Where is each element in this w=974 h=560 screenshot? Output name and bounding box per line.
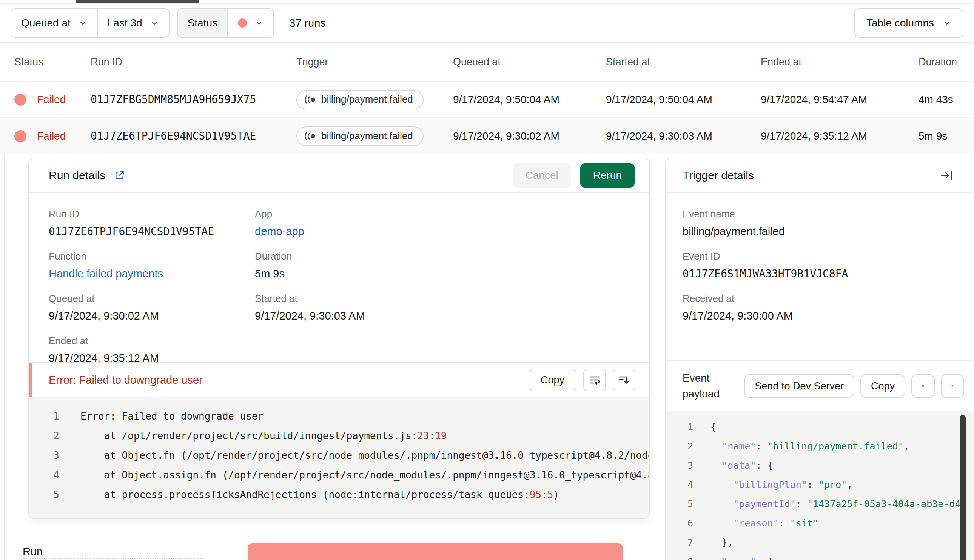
- time-filter-group: Queued at Last 3d: [10, 8, 170, 38]
- event-icon: [304, 131, 316, 141]
- code-line: 4 "billingPlan": "pro",: [666, 475, 974, 494]
- time-range-dropdown[interactable]: Last 3d: [97, 9, 169, 37]
- code-text: "name": "billing/payment.failed",: [710, 441, 909, 452]
- scroll-to-bottom-button[interactable]: [941, 374, 964, 398]
- payload-controls: Send to Dev Server Copy: [744, 374, 964, 398]
- tab-strip: [0, 0, 974, 4]
- run-details-card: Run details Cancel Rerun Run ID 01J7ZE6T…: [28, 158, 650, 519]
- trigger-event-pill[interactable]: billing/payment.failed: [296, 90, 424, 110]
- code-text: {: [710, 422, 716, 432]
- event-payload-header: Event payload Send to Dev Server Copy: [666, 360, 974, 411]
- ended-at: 9/17/2024, 9:54:47 AM: [761, 93, 919, 106]
- code-text: at Object.assign.fn (/opt/render/project…: [80, 470, 649, 481]
- status-filter-group: Status: [177, 8, 274, 38]
- copy-error-button[interactable]: Copy: [529, 369, 577, 391]
- queued-at: 9/17/2024, 9:50:04 AM: [453, 93, 606, 106]
- table-columns-button[interactable]: Table columns: [854, 8, 964, 38]
- status-filter-dropdown[interactable]: [227, 9, 274, 37]
- app-link[interactable]: demo-app: [255, 225, 629, 238]
- line-number: 5: [29, 489, 59, 500]
- send-to-dev-server-button[interactable]: Send to Dev Server: [744, 374, 854, 398]
- line-number: 2: [29, 430, 59, 442]
- started-at: 9/17/2024, 9:30:03 AM: [606, 130, 761, 142]
- status-text: Failed: [37, 93, 66, 106]
- col-status: Status: [14, 56, 91, 68]
- word-wrap-button[interactable]: [583, 369, 606, 391]
- code-text: },: [710, 537, 733, 548]
- runs-count: 37 runs: [289, 17, 326, 30]
- chevron-down-icon: [150, 18, 159, 28]
- code-text: Error: Failed to downgrade user: [80, 410, 264, 422]
- expanded-row-border: [4, 155, 5, 560]
- col-ended-at: Ended at: [761, 56, 919, 68]
- line-number: 6: [666, 518, 693, 529]
- wrap-text-icon: [589, 374, 600, 386]
- field-ended-at: Ended at 9/17/2024, 9:35:12 AM: [49, 335, 255, 365]
- line-number: 3: [666, 460, 693, 471]
- code-line: 5 "paymentId": "1437a25f-05a3-404a-ab3e-…: [666, 494, 974, 513]
- code-text: at Object.fn (/opt/render/project/src/no…: [80, 450, 649, 461]
- trigger-details-header: Trigger details: [666, 158, 974, 193]
- chevron-down-icon: [254, 18, 264, 28]
- run-details-fields: Run ID 01J7ZE6TPJF6E94NCSD1V95TAE App de…: [29, 193, 649, 362]
- time-field-dropdown[interactable]: Queued at: [11, 9, 97, 37]
- code-line: 1{: [666, 417, 974, 437]
- failed-status-icon: [14, 93, 27, 106]
- run-timeline-bar[interactable]: [248, 543, 623, 560]
- line-number: 8: [666, 556, 693, 560]
- table-header: Status Run ID Trigger Queued at Started …: [0, 43, 974, 81]
- code-text: "data": {: [710, 460, 773, 471]
- stack-trace-code[interactable]: 1Error: Failed to downgrade user2 at /op…: [29, 397, 649, 518]
- trigger-cell: billing/payment.failed: [296, 90, 453, 110]
- timeline-run-label: Run: [23, 546, 43, 558]
- code-line: 1Error: Failed to downgrade user: [29, 407, 649, 426]
- trigger-cell: billing/payment.failed: [296, 127, 453, 146]
- cancel-button[interactable]: Cancel: [513, 163, 571, 188]
- code-line: 2 "name": "billing/payment.failed",: [666, 437, 974, 456]
- code-text: at process.processTicksAndRejections (no…: [80, 489, 559, 500]
- filters-toolbar: Queued at Last 3d Status 37 runs Table c…: [0, 4, 974, 43]
- word-wrap-button[interactable]: [911, 374, 935, 398]
- error-controls: Copy: [529, 369, 635, 391]
- col-trigger: Trigger: [296, 56, 453, 68]
- function-link[interactable]: Handle failed payments: [49, 268, 255, 280]
- line-number: 4: [666, 479, 693, 490]
- table-row[interactable]: Failed 01J7ZFBG5DMM85MJA9H659JX75 billin…: [0, 81, 974, 117]
- field-duration: Duration 5m 9s: [255, 250, 629, 280]
- status-filter-label: Status: [178, 9, 227, 37]
- started-at: 9/17/2024, 9:50:04 AM: [606, 93, 761, 106]
- copy-payload-button[interactable]: Copy: [861, 374, 905, 398]
- collapse-panel-icon[interactable]: [940, 169, 953, 182]
- arrow-down-lines-icon: [951, 380, 954, 392]
- run-id: 01J7ZE6TPJF6E94NCSD1V95TAE: [91, 130, 296, 142]
- run-id: 01J7ZFBG5DMM85MJA9H659JX75: [91, 93, 296, 106]
- code-text: "paymentId": "1437a25f-05a3-404a-ab3e-d4…: [710, 498, 966, 510]
- code-line: 5 at process.processTicksAndRejections (…: [29, 485, 649, 505]
- code-text: "reason": "sit": [710, 518, 819, 529]
- ended-at: 9/17/2024, 9:35:12 AM: [761, 130, 919, 142]
- code-line: 7 },: [666, 533, 974, 552]
- failed-status-icon: [14, 130, 27, 142]
- line-number: 5: [666, 498, 693, 510]
- event-payload-code[interactable]: 1{2 "name": "billing/payment.failed",3 "…: [666, 411, 974, 560]
- trigger-details-fields: Event name billing/payment.failed Event …: [666, 193, 974, 360]
- field-function: Function Handle failed payments: [49, 250, 255, 280]
- line-number: 3: [29, 450, 59, 461]
- external-link-icon[interactable]: [113, 170, 125, 181]
- status-cell: Failed: [14, 93, 91, 106]
- duration: 4m 43s: [919, 93, 974, 106]
- run-details-header: Run details Cancel Rerun: [29, 158, 649, 193]
- payload-scrollbar-thumb[interactable]: [960, 415, 966, 560]
- timeline-dotted-line: [21, 558, 202, 559]
- table-row[interactable]: Failed 01J7ZE6TPJF6E94NCSD1V95TAE billin…: [0, 117, 974, 154]
- trigger-event-pill[interactable]: billing/payment.failed: [296, 127, 424, 146]
- scroll-to-bottom-button[interactable]: [613, 369, 635, 391]
- trigger-details-panel: Trigger details Event name billing/payme…: [665, 158, 974, 560]
- field-run-id: Run ID 01J7ZE6TPJF6E94NCSD1V95TAE: [49, 208, 255, 238]
- rerun-button[interactable]: Rerun: [580, 163, 635, 188]
- code-line: 8 "user": {: [666, 552, 974, 560]
- status-failed-dot: [238, 18, 247, 28]
- code-line: 3 at Object.fn (/opt/render/project/src/…: [29, 446, 649, 465]
- col-run-id: Run ID: [91, 56, 296, 68]
- col-duration: Duration: [919, 56, 974, 68]
